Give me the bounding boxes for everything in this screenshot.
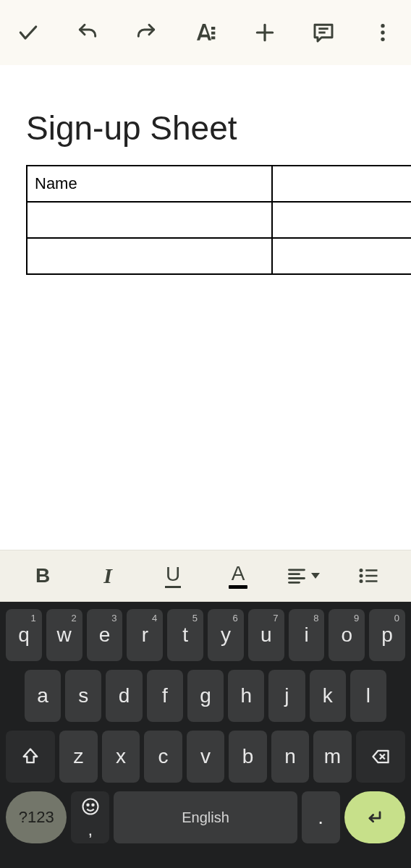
- svg-point-16: [360, 579, 363, 583]
- align-button[interactable]: [278, 556, 329, 596]
- svg-rect-19: [365, 580, 377, 582]
- comment-icon: [312, 21, 335, 44]
- done-button[interactable]: [13, 15, 43, 50]
- key-c[interactable]: c: [144, 731, 182, 783]
- insert-button[interactable]: [250, 15, 280, 50]
- svg-rect-17: [365, 569, 377, 571]
- signup-table[interactable]: Name: [26, 165, 411, 275]
- key-j[interactable]: j: [268, 670, 305, 722]
- svg-rect-0: [211, 27, 215, 30]
- key-symbols[interactable]: ?123: [6, 791, 67, 843]
- keyboard-row-3: z x c v b n m: [3, 731, 408, 783]
- svg-point-23: [87, 804, 88, 806]
- svg-point-9: [381, 38, 385, 41]
- document-canvas[interactable]: Sign-up Sheet Name: [0, 65, 411, 550]
- svg-rect-2: [211, 36, 215, 39]
- svg-rect-1: [211, 32, 215, 35]
- underline-button[interactable]: U: [148, 556, 198, 596]
- key-v[interactable]: v: [187, 731, 225, 783]
- key-a[interactable]: a: [25, 670, 61, 722]
- key-m[interactable]: m: [313, 731, 352, 783]
- comment-button[interactable]: [309, 15, 339, 50]
- nav-bar-area: [0, 848, 411, 868]
- key-h[interactable]: h: [228, 670, 264, 722]
- key-k[interactable]: k: [310, 670, 346, 722]
- key-o[interactable]: o9: [329, 609, 365, 661]
- svg-point-15: [360, 574, 363, 578]
- key-r[interactable]: r4: [127, 609, 163, 661]
- more-vert-icon: [371, 21, 394, 44]
- key-enter[interactable]: [344, 791, 405, 843]
- key-q[interactable]: q1: [6, 609, 42, 661]
- chevron-down-icon: [311, 573, 320, 579]
- check-icon: [17, 21, 40, 44]
- undo-icon: [76, 21, 99, 44]
- key-u[interactable]: u7: [248, 609, 284, 661]
- table-cell[interactable]: [272, 202, 411, 238]
- table-cell[interactable]: [272, 238, 411, 274]
- italic-button[interactable]: I: [82, 556, 133, 596]
- underline-icon: U: [165, 564, 181, 588]
- enter-icon: [365, 807, 385, 827]
- svg-rect-18: [365, 575, 377, 577]
- key-n[interactable]: n: [271, 731, 310, 783]
- table-cell[interactable]: [27, 238, 272, 274]
- svg-point-22: [82, 799, 98, 814]
- key-p[interactable]: p0: [369, 609, 405, 661]
- table-cell[interactable]: [27, 202, 272, 238]
- key-z[interactable]: z: [59, 731, 98, 783]
- key-g[interactable]: g: [187, 670, 224, 722]
- svg-point-7: [381, 24, 385, 27]
- svg-point-14: [360, 569, 363, 572]
- undo-button[interactable]: [72, 15, 103, 50]
- table-cell[interactable]: [272, 166, 411, 202]
- bulleted-list-button[interactable]: [343, 556, 394, 596]
- key-x[interactable]: x: [102, 731, 140, 783]
- key-y[interactable]: y6: [208, 609, 244, 661]
- key-i[interactable]: i8: [289, 609, 325, 661]
- bulleted-list-icon: [357, 565, 379, 587]
- svg-point-24: [92, 804, 93, 806]
- svg-point-8: [381, 30, 385, 34]
- key-s[interactable]: s: [65, 670, 101, 722]
- table-row[interactable]: [27, 238, 411, 274]
- key-backspace[interactable]: [356, 731, 405, 783]
- key-l[interactable]: l: [350, 670, 386, 722]
- redo-button[interactable]: [131, 15, 161, 50]
- key-t[interactable]: t5: [167, 609, 203, 661]
- text-format-button[interactable]: [190, 15, 221, 50]
- table-row[interactable]: Name: [27, 166, 411, 202]
- key-w[interactable]: w2: [46, 609, 82, 661]
- redo-icon: [135, 21, 158, 44]
- shift-icon: [20, 746, 41, 767]
- key-b[interactable]: b: [229, 731, 267, 783]
- table-row[interactable]: [27, 202, 411, 238]
- key-shift[interactable]: [6, 731, 55, 783]
- table-cell[interactable]: Name: [27, 166, 272, 202]
- plus-icon: [253, 21, 276, 44]
- keyboard-row-1: q1 w2 e3 r4 t5 y6 u7 i8 o9 p0: [3, 609, 408, 661]
- backspace-icon: [370, 746, 391, 767]
- text-format-icon: [194, 21, 217, 44]
- key-e[interactable]: e3: [87, 609, 123, 661]
- top-toolbar: [0, 0, 411, 65]
- document-title[interactable]: Sign-up Sheet: [26, 109, 394, 148]
- format-toolbar: B I U A: [0, 550, 411, 602]
- key-f[interactable]: f: [147, 670, 183, 722]
- on-screen-keyboard: q1 w2 e3 r4 t5 y6 u7 i8 o9 p0 a s d f g …: [0, 602, 411, 848]
- emoji-icon: [80, 796, 101, 817]
- align-left-icon: [287, 566, 307, 586]
- text-color-button[interactable]: A: [213, 556, 263, 596]
- key-d[interactable]: d: [106, 670, 142, 722]
- key-space[interactable]: English: [114, 791, 297, 843]
- more-button[interactable]: [368, 15, 398, 50]
- keyboard-row-2: a s d f g h j k l: [3, 670, 408, 722]
- keyboard-row-4: ?123 , English .: [3, 791, 408, 843]
- text-color-icon: A: [229, 563, 247, 589]
- key-period[interactable]: .: [302, 791, 340, 843]
- key-emoji[interactable]: ,: [71, 791, 109, 843]
- bold-button[interactable]: B: [17, 556, 68, 596]
